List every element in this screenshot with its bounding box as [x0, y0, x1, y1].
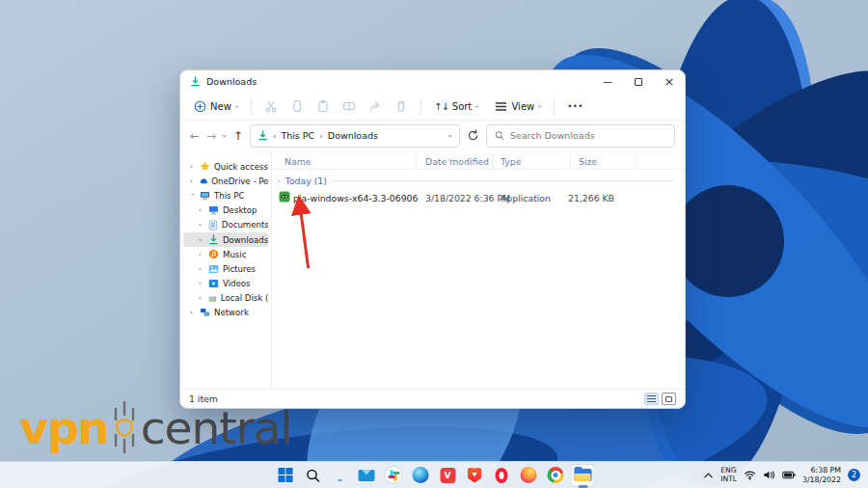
column-date-modified[interactable]: Date modified [425, 156, 489, 167]
sidebar-item-videos[interactable]: › Videos [183, 277, 268, 291]
chevron-right-icon[interactable]: › [199, 265, 204, 273]
group-collapse-icon[interactable]: › [275, 179, 283, 182]
battery-icon[interactable] [782, 471, 796, 479]
vivaldi-icon: V [440, 468, 455, 483]
breadcrumb-separator: › [273, 131, 277, 141]
chevron-right-icon[interactable]: › [190, 309, 196, 316]
address-bar[interactable]: › This PC › Downloads › [250, 124, 460, 148]
maximize-icon [635, 78, 642, 86]
file-list: Name › Date modified Type Size › Today (… [272, 150, 685, 389]
chevron-right-icon[interactable]: › [199, 221, 204, 229]
minimize-button[interactable]: — [592, 70, 623, 93]
share-icon[interactable] [368, 99, 382, 113]
hidden-icons-chevron[interactable] [703, 472, 714, 479]
more-options-button[interactable]: ··· [563, 96, 587, 116]
language-indicator[interactable]: ENG INTL [720, 467, 737, 483]
taskbar-slack-button[interactable] [382, 464, 406, 487]
sidebar-item-this-pc[interactable]: › This PC [183, 188, 268, 203]
details-view-toggle[interactable] [644, 393, 659, 405]
paste-icon[interactable] [316, 99, 330, 113]
taskbar-this-pc-button[interactable] [328, 464, 352, 487]
sidebar-item-network[interactable]: › Network [183, 306, 268, 320]
taskbar-search-button[interactable] [301, 464, 325, 487]
disk-drive-icon [208, 294, 217, 303]
sidebar-item-pictures[interactable]: › Pictures [183, 261, 268, 276]
close-button[interactable]: × [654, 70, 685, 93]
search-icon [305, 468, 320, 483]
taskbar-vivaldi-button[interactable]: V [436, 464, 460, 487]
copy-icon[interactable] [290, 99, 304, 113]
sort-arrows-icon: ↑↓ [434, 101, 448, 112]
maximize-button[interactable] [623, 70, 654, 93]
chevron-right-icon[interactable]: › [199, 236, 204, 244]
computer-icon [200, 191, 210, 201]
breadcrumb-downloads[interactable]: Downloads [328, 130, 378, 141]
taskbar-brave-button[interactable] [463, 464, 487, 487]
file-type: Application [501, 193, 551, 203]
tray-time: 6:38 PM [802, 466, 841, 475]
taskbar-opera-button[interactable] [490, 464, 514, 487]
mail-icon [359, 470, 375, 481]
delete-icon[interactable] [394, 99, 408, 113]
view-list-icon [495, 101, 507, 112]
taskbar-mail-button[interactable] [355, 464, 379, 487]
recent-locations-button[interactable]: › [220, 134, 230, 138]
forward-button[interactable]: → [206, 129, 216, 143]
clock[interactable]: 6:38 PM 3/18/2022 [802, 466, 841, 484]
sort-button[interactable]: ↑↓ Sort › [430, 98, 482, 115]
download-icon [208, 234, 219, 245]
back-button[interactable]: ← [190, 129, 200, 143]
sidebar-item-quick-access[interactable]: › Quick access [183, 159, 268, 174]
chevron-right-icon[interactable]: › [190, 177, 196, 185]
sidebar-item-documents[interactable]: › Documents [183, 218, 268, 232]
notification-badge[interactable]: 2 [848, 469, 860, 481]
file-size: 21,266 KB [552, 193, 614, 203]
new-plus-icon [194, 100, 206, 113]
column-type[interactable]: Type [501, 156, 521, 167]
taskbar-file-explorer-button[interactable] [571, 464, 595, 487]
large-icons-view-toggle[interactable] [662, 393, 676, 405]
sidebar-item-local-disk[interactable]: › Local Disk (C:) [183, 291, 268, 306]
chevron-down-icon: › [535, 104, 544, 107]
start-button[interactable] [274, 464, 298, 487]
navigation-bar: ← → › ↑ › This PC › Downloads › [180, 121, 685, 150]
sidebar-item-music[interactable]: › Music [183, 247, 268, 261]
cut-icon[interactable] [264, 99, 278, 113]
sidebar-item-onedrive[interactable]: › OneDrive - Personal [183, 174, 268, 188]
column-size[interactable]: Size [579, 156, 597, 167]
wifi-icon[interactable] [744, 470, 756, 480]
firefox-icon [521, 467, 537, 483]
file-row-pia-installer[interactable]: pia-windows-x64-3.3-06906 3/18/2022 6:36… [272, 189, 685, 208]
file-name[interactable]: pia-windows-x64-3.3-06906 [293, 193, 418, 203]
search-box[interactable] [486, 124, 675, 148]
sidebar-item-desktop[interactable]: › Desktop [183, 203, 268, 218]
monitor-icon [332, 469, 348, 481]
breadcrumb-this-pc[interactable]: This PC [281, 130, 314, 141]
group-header-today[interactable]: › Today (1) [278, 176, 685, 186]
view-button[interactable]: View › [491, 98, 545, 115]
taskbar-chrome-button[interactable] [544, 464, 568, 487]
chevron-right-icon[interactable]: › [199, 251, 204, 258]
taskbar-firefox-button[interactable] [517, 464, 541, 487]
volume-icon[interactable] [763, 470, 775, 480]
new-button[interactable]: New › [190, 97, 242, 116]
chevron-down-icon: › [232, 104, 241, 107]
picture-icon [208, 264, 219, 274]
chevron-down-icon[interactable]: › [189, 193, 197, 199]
sidebar-item-downloads[interactable]: › Downloads [183, 232, 268, 247]
chevron-right-icon[interactable]: › [190, 163, 196, 171]
chevron-right-icon[interactable]: › [199, 206, 204, 214]
chevron-right-icon[interactable]: › [199, 280, 204, 287]
search-input[interactable] [510, 130, 666, 141]
logo-vpn-text: vpn [19, 401, 108, 454]
address-dropdown-button[interactable]: › [446, 134, 455, 138]
brave-icon [468, 468, 482, 483]
chevron-right-icon[interactable]: › [199, 294, 204, 302]
column-name[interactable]: Name [285, 156, 311, 167]
system-tray: ENG INTL 6:38 PM 3/18/2022 2 [703, 462, 864, 488]
rename-icon[interactable] [342, 99, 356, 113]
refresh-button[interactable] [467, 129, 479, 142]
up-button[interactable]: ↑ [233, 129, 243, 143]
taskbar-edge-button[interactable] [409, 464, 433, 487]
more-dots-icon: ··· [567, 99, 583, 113]
